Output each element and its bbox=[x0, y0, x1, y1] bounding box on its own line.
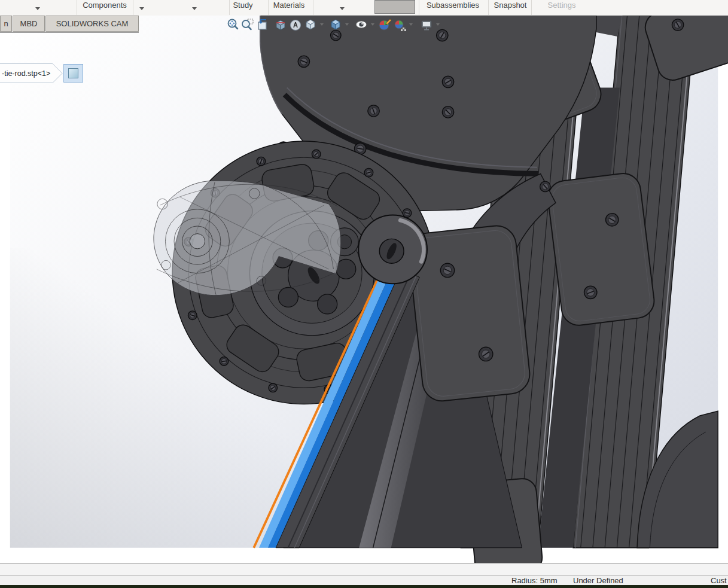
view-settings-icon bbox=[419, 17, 434, 32]
ribbon-button-label[interactable]: Snapshot bbox=[494, 1, 527, 10]
part-icon bbox=[68, 68, 78, 78]
tab-bar-underline bbox=[0, 32, 139, 33]
ribbon-button-label[interactable]: Materials bbox=[273, 1, 305, 10]
section-view-button[interactable] bbox=[273, 17, 288, 32]
view-orientation-button[interactable] bbox=[303, 17, 318, 32]
apply-scene-icon bbox=[392, 17, 407, 32]
breadcrumb-part-button[interactable] bbox=[63, 64, 83, 83]
zoom-to-area-button[interactable] bbox=[240, 17, 255, 32]
viewport-3d[interactable] bbox=[0, 16, 728, 563]
ribbon-separator bbox=[419, 0, 419, 15]
ribbon-separator bbox=[531, 0, 532, 15]
document-tab-bar: nMBDSOLIDWORKS CAM bbox=[0, 16, 179, 33]
heads-up-view-toolbar bbox=[226, 17, 441, 32]
ribbon-separator bbox=[133, 0, 133, 15]
status-definition-state: Under Defined bbox=[573, 576, 623, 585]
view-settings-dropdown-arrow[interactable] bbox=[434, 17, 441, 32]
ribbon-button-label[interactable]: Subassemblies bbox=[427, 1, 479, 10]
status-measurement: Radius: 5mm bbox=[511, 576, 558, 585]
display-style-button[interactable] bbox=[328, 17, 343, 32]
view-orientation-dropdown-arrow[interactable] bbox=[318, 17, 325, 32]
apply-scene-button[interactable] bbox=[392, 17, 407, 32]
zoom-to-area-icon bbox=[240, 17, 255, 32]
status-bar: Radius: 5mm Under Defined Cust bbox=[0, 575, 728, 585]
document-tab[interactable]: MBD bbox=[13, 16, 45, 32]
status-units[interactable]: Cust bbox=[711, 576, 727, 585]
hide-show-items-dropdown-arrow[interactable] bbox=[369, 17, 376, 32]
zoom-to-fit-button[interactable] bbox=[226, 17, 240, 32]
ribbon-separator bbox=[77, 0, 77, 15]
breadcrumb-arrow bbox=[51, 63, 63, 83]
previous-view-icon bbox=[255, 17, 270, 32]
dropdown-arrow[interactable] bbox=[35, 7, 40, 10]
3d-drawing-view-button[interactable] bbox=[288, 17, 303, 32]
ribbon-button-label[interactable]: Components bbox=[83, 1, 127, 10]
dropdown-arrow[interactable] bbox=[139, 7, 144, 10]
previous-view-button[interactable] bbox=[255, 17, 270, 32]
taskbar-edge bbox=[0, 585, 728, 588]
zoom-to-fit-icon bbox=[226, 17, 240, 32]
document-tab[interactable]: SOLIDWORKS CAM bbox=[45, 16, 139, 32]
ribbon-button-label[interactable]: Study bbox=[233, 1, 252, 10]
graphics-viewport[interactable] bbox=[0, 16, 728, 563]
section-view-icon bbox=[273, 17, 288, 32]
ribbon-separator bbox=[268, 0, 269, 15]
model-hub[interactable] bbox=[358, 215, 427, 284]
edit-appearance-icon bbox=[377, 17, 392, 32]
edit-appearance-button[interactable] bbox=[377, 17, 392, 32]
active-tool-button[interactable] bbox=[374, 0, 415, 14]
apply-scene-dropdown-arrow[interactable] bbox=[407, 17, 415, 32]
ribbon-separator bbox=[313, 0, 313, 15]
ribbon-separator bbox=[488, 0, 489, 15]
document-tab[interactable]: n bbox=[0, 16, 12, 32]
view-orientation-icon bbox=[303, 17, 318, 32]
eye-icon bbox=[354, 17, 368, 32]
view-settings-button[interactable] bbox=[419, 17, 434, 32]
ribbon-separator bbox=[229, 0, 230, 15]
model-plate-mid-right[interactable] bbox=[546, 172, 656, 327]
3d-drawing-view-icon bbox=[288, 17, 303, 32]
status-upper-strip bbox=[0, 563, 728, 575]
breadcrumb-component-name[interactable]: -tie-rod.stp<1> bbox=[0, 63, 51, 83]
display-style-icon bbox=[328, 17, 343, 32]
ribbon-button-label[interactable]: Settings bbox=[548, 1, 576, 10]
selection-breadcrumb: -tie-rod.stp<1> bbox=[0, 63, 83, 83]
command-manager-ribbon: ComponentsStudyMaterialsSubassembliesSna… bbox=[0, 0, 728, 16]
hide-show-items-button[interactable] bbox=[354, 17, 368, 32]
display-style-dropdown-arrow[interactable] bbox=[343, 17, 351, 32]
dropdown-arrow[interactable] bbox=[192, 7, 197, 10]
dropdown-arrow[interactable] bbox=[340, 7, 345, 10]
